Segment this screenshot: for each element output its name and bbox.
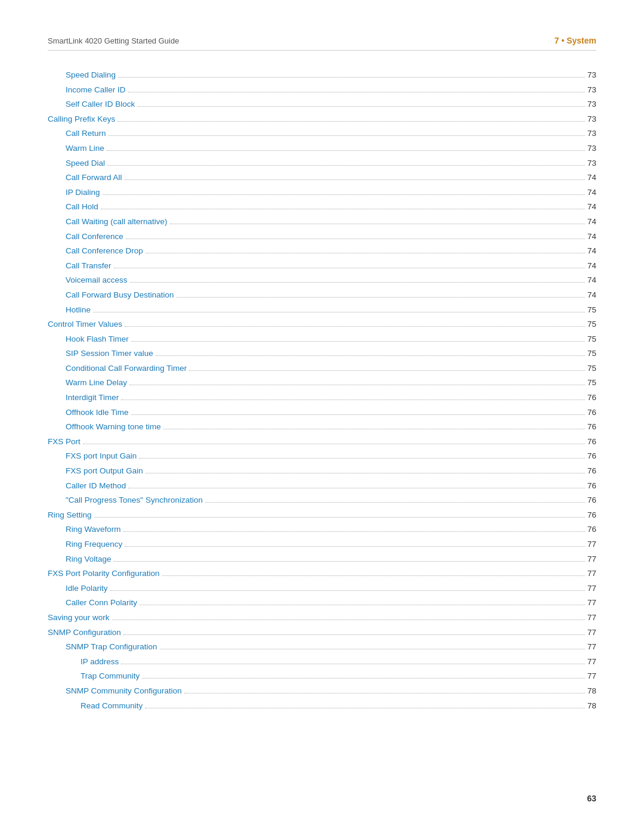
toc-page: 77	[587, 567, 596, 580]
toc-page: 74	[587, 289, 596, 302]
toc-dots	[123, 634, 585, 635]
toc-label[interactable]: Trap Community	[48, 670, 140, 683]
toc-label[interactable]: Speed Dial	[48, 157, 105, 170]
toc-label[interactable]: Call Forward Busy Destination	[48, 289, 174, 302]
toc-item: Call Forward Busy Destination74	[48, 289, 596, 302]
toc-page: 74	[587, 259, 596, 272]
toc-dots	[125, 546, 585, 547]
toc-page: 78	[587, 685, 596, 698]
toc-label[interactable]: Speed Dialing	[48, 69, 116, 82]
toc-page: 73	[587, 69, 596, 82]
toc-dots	[130, 282, 585, 283]
toc-label[interactable]: Call Conference	[48, 230, 123, 243]
toc-page: 75	[587, 318, 596, 331]
toc-label[interactable]: Caller Conn Polarity	[48, 596, 137, 609]
toc-dots	[103, 194, 585, 195]
toc-item: FXS Port76	[48, 435, 596, 448]
toc-page: 76	[587, 391, 596, 404]
toc-label[interactable]: Call Conference Drop	[48, 244, 143, 258]
toc-item: Offhook Idle Time76	[48, 406, 596, 419]
toc-label[interactable]: Interdigit Timer	[48, 391, 119, 404]
toc-label[interactable]: Read Community	[48, 699, 143, 713]
toc-label[interactable]: Call Waiting (call alternative)	[48, 215, 168, 228]
toc-dots	[125, 179, 585, 180]
toc-dots	[129, 385, 585, 385]
toc-item: SNMP Community Configuration78	[48, 685, 596, 698]
toc-label[interactable]: Self Caller ID Block	[48, 98, 135, 111]
toc-label[interactable]: Hotline	[48, 304, 91, 317]
toc-label[interactable]: SIP Session Timer value	[48, 347, 153, 360]
toc-label[interactable]: Saving your work	[48, 611, 110, 624]
toc-label[interactable]: Offhook Warning tone time	[48, 420, 161, 433]
toc-label[interactable]: Voicemail access	[48, 274, 128, 287]
toc-page: 75	[587, 304, 596, 317]
toc-dots	[139, 458, 585, 459]
toc-dots	[142, 678, 585, 679]
toc-label[interactable]: Ring Setting	[48, 509, 92, 522]
toc-page: 74	[587, 171, 596, 184]
toc-label[interactable]: IP Dialing	[48, 186, 100, 199]
toc-label[interactable]: Call Hold	[48, 200, 98, 213]
toc-page: 76	[587, 420, 596, 433]
toc-item: Calling Prefix Keys73	[48, 113, 596, 126]
toc-page: 74	[587, 230, 596, 243]
toc-item: Voicemail access74	[48, 274, 596, 287]
toc-item: Self Caller ID Block73	[48, 98, 596, 111]
toc-dots	[123, 531, 585, 532]
toc-label[interactable]: FXS port Input Gain	[48, 450, 137, 463]
toc-item: Call Return73	[48, 127, 596, 140]
toc-label[interactable]: Caller ID Method	[48, 479, 126, 493]
toc-label[interactable]: Call Transfer	[48, 259, 112, 272]
toc-dots	[107, 165, 585, 166]
toc-dots	[114, 561, 585, 562]
toc-label[interactable]: Ring Frequency	[48, 538, 122, 551]
toc-item: Conditional Call Forwarding Timer75	[48, 362, 596, 375]
toc-item: Idle Polarity77	[48, 582, 596, 595]
toc-dots	[126, 239, 585, 239]
toc-page: 76	[587, 435, 596, 448]
toc-label[interactable]: FXS Port Polarity Configuration	[48, 567, 160, 580]
toc-page: 74	[587, 244, 596, 258]
toc-page: 77	[587, 582, 596, 595]
toc-label[interactable]: Conditional Call Forwarding Timer	[48, 362, 187, 375]
toc-label[interactable]: FXS port Output Gain	[48, 465, 143, 478]
toc-label[interactable]: "Call Progress Tones" Synchronization	[48, 494, 203, 507]
toc-item: Control Timer Values75	[48, 318, 596, 331]
toc-item: Hotline75	[48, 304, 596, 317]
toc-page: 73	[587, 113, 596, 126]
toc-item: Trap Community77	[48, 670, 596, 683]
toc-label[interactable]: Calling Prefix Keys	[48, 113, 115, 126]
header-title-left: SmartLink 4020 Getting Started Guide	[48, 36, 179, 45]
toc-label[interactable]: Income Caller ID	[48, 83, 126, 97]
toc-dots	[137, 106, 585, 107]
toc-item: Read Community78	[48, 699, 596, 713]
toc-dots	[93, 312, 585, 312]
toc-page: 77	[587, 640, 596, 654]
toc-label[interactable]: Hook Flash Timer	[48, 333, 129, 346]
toc-label[interactable]: IP address	[48, 655, 119, 668]
toc-label[interactable]: Offhook Idle Time	[48, 406, 129, 419]
toc-item: Call Transfer74	[48, 259, 596, 272]
toc-label[interactable]: Ring Waveform	[48, 523, 121, 536]
toc-item: Caller Conn Polarity77	[48, 596, 596, 609]
toc-label[interactable]: Call Return	[48, 127, 106, 140]
toc-item: Ring Setting76	[48, 509, 596, 522]
toc-label[interactable]: Warm Line Delay	[48, 376, 127, 389]
toc-label[interactable]: FXS Port	[48, 435, 80, 448]
toc-label[interactable]: Ring Voltage	[48, 553, 112, 566]
toc-label[interactable]: Control Timer Values	[48, 318, 122, 331]
toc-dots	[205, 502, 585, 503]
toc-label[interactable]: SNMP Trap Configuration	[48, 640, 157, 654]
toc-page: 78	[587, 699, 596, 713]
toc-label[interactable]: Idle Polarity	[48, 582, 108, 595]
toc-label[interactable]: Call Forward All	[48, 171, 122, 184]
toc-page: 76	[587, 494, 596, 507]
toc-item: SNMP Trap Configuration77	[48, 640, 596, 654]
toc-page: 77	[587, 626, 596, 639]
toc-dots	[112, 620, 585, 620]
toc-label[interactable]: SNMP Community Configuration	[48, 685, 182, 698]
toc-dots	[128, 92, 585, 92]
toc-label[interactable]: Warm Line	[48, 142, 104, 155]
toc-label[interactable]: SNMP Configuration	[48, 626, 121, 639]
toc-item: Saving your work77	[48, 611, 596, 624]
